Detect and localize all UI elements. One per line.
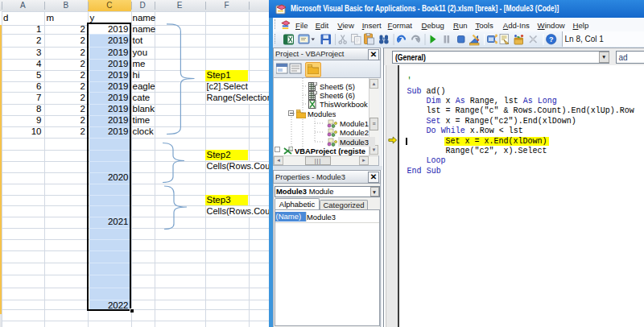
svg-text:?: ?: [549, 35, 554, 43]
